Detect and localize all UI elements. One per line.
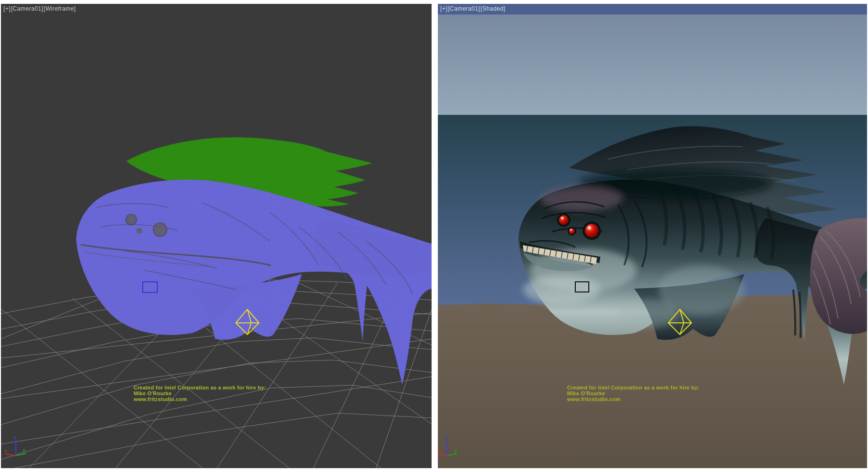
head-purple-sheen (540, 186, 622, 211)
eye-glint-upper (561, 217, 564, 220)
max-dual-viewport-app: { "viewports": { "left": { "menus": { "g… (0, 0, 868, 472)
red-eye-small (569, 228, 575, 234)
viewport-menu-general[interactable]: [+] (3, 5, 11, 12)
viewport-menu-shading[interactable]: [Shaded] (481, 5, 505, 12)
credit-line-2: Mike O'Rourke (134, 390, 266, 396)
viewport-menu-shading[interactable]: [Wireframe] (44, 5, 76, 12)
viewport-wireframe[interactable]: x z y [+][Camera01][Wireframe] Created f… (1, 4, 432, 468)
axis-z-label: z (446, 435, 448, 441)
viewport-menu-general[interactable]: [+] (440, 5, 448, 12)
eye-glint-main (588, 226, 591, 230)
red-eye-upper (559, 215, 569, 225)
fish-eye-upper (126, 214, 136, 225)
viewport-shaded[interactable]: x z y [+][Camera01][Shaded] Created for … (438, 4, 867, 468)
fish-eye-main (153, 223, 167, 236)
viewport-label-wireframe[interactable]: [+][Camera01][Wireframe] (3, 5, 76, 12)
axis-x-label: x (438, 448, 441, 453)
axis-y-label: y (454, 448, 457, 453)
red-eye-main (585, 224, 598, 237)
axis-y-label: y (23, 448, 26, 453)
credit-line-3: www.fritzstudio.com (134, 396, 266, 402)
viewport-menu-pov[interactable]: [Camera01] (11, 5, 43, 12)
credit-line-2: Mike O'Rourke (567, 390, 699, 396)
eye-glint-small (570, 229, 572, 231)
credit-line-1: Created for Intel Corporation as a work … (134, 385, 266, 390)
credit-line-1: Created for Intel Corporation as a work … (567, 385, 699, 390)
credit-overlay: Created for Intel Corporation as a work … (134, 385, 266, 402)
viewport-menu-pov[interactable]: [Camera01] (448, 5, 480, 12)
axis-x-label: x (4, 448, 7, 454)
axis-z-label: z (14, 435, 16, 440)
fish-eye-small (136, 228, 142, 234)
viewport-label-shaded[interactable]: [+][Camera01][Shaded] (440, 5, 506, 12)
credit-line-3: www.fritzstudio.com (567, 396, 699, 402)
credit-overlay: Created for Intel Corporation as a work … (567, 385, 699, 402)
sky-backdrop (438, 4, 867, 116)
